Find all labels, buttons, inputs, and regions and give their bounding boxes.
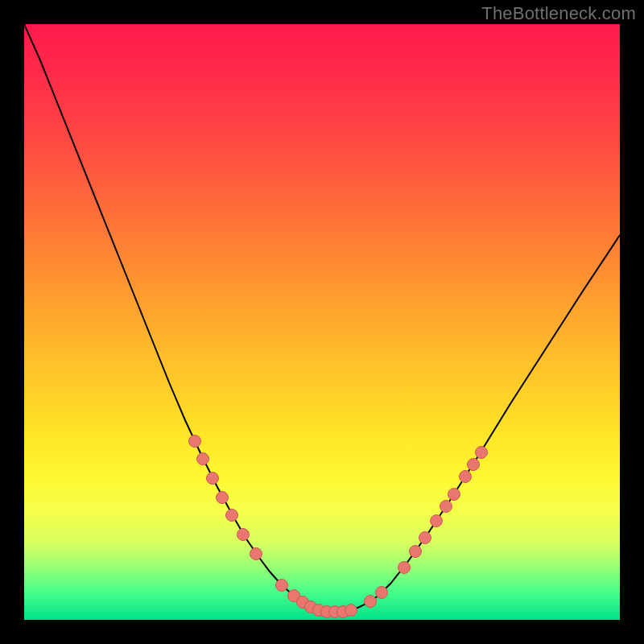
sample-dot: [440, 501, 452, 513]
sample-dot: [226, 510, 238, 522]
sample-dot: [431, 515, 443, 527]
sample-dot: [448, 489, 460, 501]
sample-dot: [197, 453, 209, 465]
sample-dot: [345, 605, 357, 617]
sample-dot: [398, 562, 411, 574]
sample-dot: [250, 548, 262, 560]
sample-dot: [365, 596, 377, 608]
sample-dot: [410, 546, 422, 558]
sample-dot: [476, 447, 488, 459]
bottleneck-curve-svg: [24, 24, 620, 620]
sample-dot: [237, 529, 250, 541]
sample-dot: [460, 471, 472, 483]
outer-frame: TheBottleneck.com: [0, 0, 644, 644]
sample-dot: [189, 436, 201, 448]
sample-dots: [189, 436, 488, 618]
sample-dot: [217, 492, 229, 504]
watermark-text: TheBottleneck.com: [481, 3, 636, 24]
bottleneck-curve-path: [24, 24, 620, 612]
sample-dot: [207, 473, 219, 485]
sample-dot: [276, 580, 288, 592]
sample-dot: [419, 532, 431, 544]
sample-dot: [376, 587, 388, 599]
plot-area: [24, 24, 620, 620]
sample-dot: [468, 459, 480, 471]
